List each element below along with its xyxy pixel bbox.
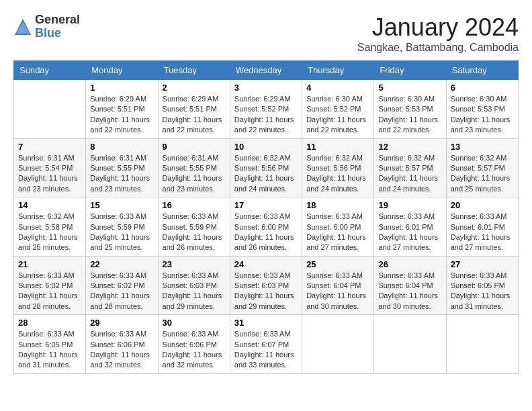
day-number: 6	[451, 83, 514, 93]
calendar-cell: 16Sunrise: 6:33 AM Sunset: 5:59 PM Dayli…	[158, 197, 230, 257]
day-info: Sunrise: 6:33 AM Sunset: 6:07 PM Dayligh…	[234, 329, 298, 371]
calendar-cell: 22Sunrise: 6:33 AM Sunset: 6:02 PM Dayli…	[86, 256, 158, 315]
calendar-week-row: 28Sunrise: 6:33 AM Sunset: 6:05 PM Dayli…	[14, 315, 519, 374]
day-info: Sunrise: 6:33 AM Sunset: 5:59 PM Dayligh…	[163, 212, 226, 253]
calendar-header-row: SundayMondayTuesdayWednesdayThursdayFrid…	[14, 61, 519, 80]
calendar-cell	[446, 315, 518, 374]
day-number: 3	[234, 83, 298, 93]
day-of-week-header: Wednesday	[230, 61, 302, 80]
calendar-cell: 6Sunrise: 6:30 AM Sunset: 5:53 PM Daylig…	[446, 80, 518, 139]
day-number: 31	[234, 318, 298, 328]
calendar-week-row: 14Sunrise: 6:32 AM Sunset: 5:58 PM Dayli…	[14, 197, 519, 257]
calendar-cell: 9Sunrise: 6:31 AM Sunset: 5:55 PM Daylig…	[158, 138, 230, 197]
day-number: 7	[18, 142, 81, 152]
calendar-cell: 24Sunrise: 6:33 AM Sunset: 6:03 PM Dayli…	[230, 256, 302, 315]
day-number: 29	[90, 318, 153, 328]
calendar-cell: 18Sunrise: 6:33 AM Sunset: 6:00 PM Dayli…	[302, 197, 374, 257]
calendar-cell: 4Sunrise: 6:30 AM Sunset: 5:52 PM Daylig…	[302, 80, 374, 139]
calendar-cell: 1Sunrise: 6:29 AM Sunset: 5:51 PM Daylig…	[86, 80, 158, 139]
day-number: 12	[378, 142, 441, 152]
svg-marker-1	[16, 21, 30, 34]
day-info: Sunrise: 6:30 AM Sunset: 5:52 PM Dayligh…	[306, 94, 369, 136]
day-info: Sunrise: 6:33 AM Sunset: 6:06 PM Dayligh…	[90, 329, 153, 371]
day-info: Sunrise: 6:29 AM Sunset: 5:52 PM Dayligh…	[234, 94, 298, 136]
logo-general-text: General	[35, 13, 80, 27]
logo-blue-text: Blue	[35, 27, 80, 40]
day-number: 28	[18, 318, 81, 328]
day-info: Sunrise: 6:32 AM Sunset: 5:56 PM Dayligh…	[306, 153, 369, 195]
day-info: Sunrise: 6:30 AM Sunset: 5:53 PM Dayligh…	[378, 94, 441, 136]
day-info: Sunrise: 6:32 AM Sunset: 5:58 PM Dayligh…	[18, 212, 81, 253]
calendar-cell: 3Sunrise: 6:29 AM Sunset: 5:52 PM Daylig…	[230, 80, 302, 139]
day-info: Sunrise: 6:33 AM Sunset: 6:06 PM Dayligh…	[163, 329, 226, 371]
day-info: Sunrise: 6:31 AM Sunset: 5:55 PM Dayligh…	[163, 153, 226, 195]
page-header: General Blue January 2024 Sangkae, Batta…	[13, 13, 519, 54]
day-number: 27	[451, 259, 514, 269]
calendar-cell	[14, 80, 86, 139]
calendar-cell: 28Sunrise: 6:33 AM Sunset: 6:05 PM Dayli…	[14, 315, 86, 374]
day-info: Sunrise: 6:31 AM Sunset: 5:55 PM Dayligh…	[90, 153, 153, 195]
day-of-week-header: Tuesday	[158, 61, 230, 80]
day-number: 24	[234, 259, 298, 269]
day-info: Sunrise: 6:32 AM Sunset: 5:57 PM Dayligh…	[378, 153, 441, 195]
calendar-table: SundayMondayTuesdayWednesdayThursdayFrid…	[13, 60, 519, 374]
calendar-cell: 20Sunrise: 6:33 AM Sunset: 6:01 PM Dayli…	[446, 197, 518, 257]
calendar-cell: 11Sunrise: 6:32 AM Sunset: 5:56 PM Dayli…	[302, 138, 374, 197]
calendar-cell: 8Sunrise: 6:31 AM Sunset: 5:55 PM Daylig…	[86, 138, 158, 197]
day-number: 14	[18, 200, 81, 210]
month-year-title: January 2024	[357, 13, 519, 42]
calendar-cell: 17Sunrise: 6:33 AM Sunset: 6:00 PM Dayli…	[230, 197, 302, 257]
calendar-cell: 7Sunrise: 6:31 AM Sunset: 5:54 PM Daylig…	[14, 138, 86, 197]
calendar-cell: 31Sunrise: 6:33 AM Sunset: 6:07 PM Dayli…	[230, 315, 302, 374]
day-info: Sunrise: 6:33 AM Sunset: 6:05 PM Dayligh…	[18, 329, 81, 371]
day-number: 19	[378, 200, 441, 210]
day-info: Sunrise: 6:33 AM Sunset: 6:02 PM Dayligh…	[18, 271, 81, 312]
day-number: 18	[306, 200, 369, 210]
day-info: Sunrise: 6:33 AM Sunset: 6:03 PM Dayligh…	[234, 271, 298, 312]
location-subtitle: Sangkae, Battambang, Cambodia	[357, 42, 519, 54]
day-info: Sunrise: 6:33 AM Sunset: 6:02 PM Dayligh…	[90, 271, 153, 312]
day-number: 1	[90, 83, 153, 93]
calendar-cell: 21Sunrise: 6:33 AM Sunset: 6:02 PM Dayli…	[14, 256, 86, 315]
day-info: Sunrise: 6:33 AM Sunset: 5:59 PM Dayligh…	[90, 212, 153, 253]
day-number: 30	[163, 318, 226, 328]
calendar-cell: 30Sunrise: 6:33 AM Sunset: 6:06 PM Dayli…	[158, 315, 230, 374]
day-number: 20	[451, 200, 514, 210]
calendar-cell: 13Sunrise: 6:32 AM Sunset: 5:57 PM Dayli…	[446, 138, 518, 197]
calendar-week-row: 21Sunrise: 6:33 AM Sunset: 6:02 PM Dayli…	[14, 256, 519, 315]
logo: General Blue	[13, 13, 80, 40]
day-number: 11	[306, 142, 369, 152]
title-section: January 2024 Sangkae, Battambang, Cambod…	[357, 13, 519, 54]
calendar-cell: 27Sunrise: 6:33 AM Sunset: 6:05 PM Dayli…	[446, 256, 518, 315]
calendar-cell: 10Sunrise: 6:32 AM Sunset: 5:56 PM Dayli…	[230, 138, 302, 197]
day-number: 17	[234, 200, 298, 210]
day-info: Sunrise: 6:32 AM Sunset: 5:56 PM Dayligh…	[234, 153, 298, 195]
calendar-cell: 5Sunrise: 6:30 AM Sunset: 5:53 PM Daylig…	[374, 80, 446, 139]
day-of-week-header: Monday	[86, 61, 158, 80]
day-info: Sunrise: 6:33 AM Sunset: 6:04 PM Dayligh…	[378, 271, 441, 312]
calendar-cell: 25Sunrise: 6:33 AM Sunset: 6:04 PM Dayli…	[302, 256, 374, 315]
day-number: 13	[451, 142, 514, 152]
day-number: 4	[306, 83, 369, 93]
day-number: 9	[163, 142, 226, 152]
calendar-cell	[374, 315, 446, 374]
day-info: Sunrise: 6:33 AM Sunset: 6:00 PM Dayligh…	[234, 212, 298, 253]
calendar-cell: 23Sunrise: 6:33 AM Sunset: 6:03 PM Dayli…	[158, 256, 230, 315]
day-number: 8	[90, 142, 153, 152]
day-number: 25	[306, 259, 369, 269]
day-of-week-header: Friday	[374, 61, 446, 80]
day-number: 26	[378, 259, 441, 269]
calendar-cell: 26Sunrise: 6:33 AM Sunset: 6:04 PM Dayli…	[374, 256, 446, 315]
day-info: Sunrise: 6:33 AM Sunset: 6:04 PM Dayligh…	[306, 271, 369, 312]
day-info: Sunrise: 6:32 AM Sunset: 5:57 PM Dayligh…	[451, 153, 514, 195]
day-number: 16	[163, 200, 226, 210]
day-info: Sunrise: 6:33 AM Sunset: 6:03 PM Dayligh…	[163, 271, 226, 312]
calendar-cell: 12Sunrise: 6:32 AM Sunset: 5:57 PM Dayli…	[374, 138, 446, 197]
day-of-week-header: Sunday	[14, 61, 86, 80]
day-number: 23	[163, 259, 226, 269]
day-info: Sunrise: 6:33 AM Sunset: 6:01 PM Dayligh…	[378, 212, 441, 253]
day-info: Sunrise: 6:33 AM Sunset: 6:01 PM Dayligh…	[451, 212, 514, 253]
day-of-week-header: Saturday	[446, 61, 518, 80]
day-info: Sunrise: 6:33 AM Sunset: 6:05 PM Dayligh…	[451, 271, 514, 312]
day-number: 22	[90, 259, 153, 269]
